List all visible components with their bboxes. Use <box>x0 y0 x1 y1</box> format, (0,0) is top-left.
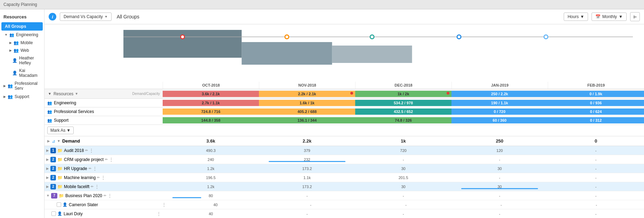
hr-oct: 1.2k <box>163 166 259 171</box>
lauri-nov: - <box>259 211 355 217</box>
sidebar-item-heather[interactable]: 👤 Heather Hefley <box>2 54 44 67</box>
hours-label: Hours <box>568 14 579 19</box>
audit-2018-dec: 720 <box>355 148 451 153</box>
chart-area <box>44 24 644 82</box>
sidebar-item-all-groups[interactable]: All Groups <box>1 22 43 31</box>
bp-oct: 80 <box>163 193 259 199</box>
lauri-checkbox[interactable] <box>51 211 56 216</box>
capacity-grid: ▼ Resources ▼ Demand/Capacity 3.6k / 2.1… <box>44 89 644 218</box>
info-button[interactable]: i <box>49 13 56 21</box>
sidebar-item-engineering[interactable]: ▼ 👥 Engineering <box>2 31 44 39</box>
demand-section: ▶ ⊿ ▼ Demand 3.6k 2.2k 1k 250 0 <box>44 136 644 218</box>
timeline-oct: OCT-2018 <box>163 82 259 89</box>
bp-chevron[interactable]: ▼ <box>46 194 50 197</box>
demand-vs-capacity-dropdown[interactable]: Demand Vs Capacity ▼ <box>60 13 112 21</box>
audit-2018-edit-icon[interactable]: ✏ <box>85 148 88 152</box>
cameron-more-icon[interactable]: ⋮ <box>162 202 166 207</box>
sidebar-item-support[interactable]: ▶ 👥 Support <box>0 92 44 101</box>
lauri-more-icon[interactable]: ⋮ <box>157 211 161 216</box>
professional-row-label: 👥 Professional Services <box>44 109 163 114</box>
header-cell-jan: 250 / 2.2k <box>451 91 548 97</box>
capacity-chart <box>49 26 640 72</box>
monthly-dropdown[interactable]: 📅 Monthly ▼ <box>592 13 627 21</box>
mf-oct: 1.2k <box>163 184 259 189</box>
demand-jan-total: 250 <box>451 138 548 144</box>
cameron-jan: - <box>454 202 549 208</box>
mf-chevron[interactable]: ▶ <box>46 185 49 188</box>
sidebar-label-kai: Kai Macadam <box>19 68 41 78</box>
mark-as-button[interactable]: Mark As ▼ <box>47 127 74 134</box>
cameron-nov: - <box>263 202 358 208</box>
mf-label: ▶ 2 📁 Mobile facelift ✏ ⋮ <box>44 184 163 189</box>
bp-dec: - <box>355 193 451 199</box>
eng-nov: 1.6k / 1k <box>259 100 355 106</box>
engineering-group-icon2: 👥 <box>47 101 52 105</box>
sidebar-item-web[interactable]: ▶ 👥 Web <box>2 47 44 54</box>
group-label: All Groups <box>117 14 139 19</box>
eng-oct: 2.7k / 1.1k <box>163 100 259 106</box>
audit-2018-folder-icon: 📁 <box>57 148 63 153</box>
calendar-icon: 📅 <box>595 14 601 19</box>
bp-name: Business Plan 2020 <box>65 193 102 198</box>
mark-as-row: Mark As ▼ <box>44 125 644 136</box>
mf-name: Mobile facelift <box>64 184 89 189</box>
eng-feb: 0 / 936 <box>548 100 644 106</box>
demand-row-cameron: 👤 Cameron Slater ⋮ 40 - - - - <box>44 200 644 209</box>
chevron-right-icon-web: ▶ <box>9 49 12 52</box>
bp-label: ▼ 7 📁 Business Plan 2020 ✏ ⋮ <box>44 193 163 199</box>
person-icon-heather: 👤 <box>12 58 17 63</box>
audit-2018-nov: 379 <box>259 148 355 153</box>
ml-edit-icon[interactable]: ✏ <box>97 176 100 179</box>
sidebar-item-professional[interactable]: ▶ 👥 Professional Serv <box>0 79 44 92</box>
prof-feb: 0 / 624 <box>548 108 644 115</box>
title-bar: Capacity Planning <box>0 0 644 9</box>
sidebar-item-kai[interactable]: 👤 Kai Macadam <box>2 67 44 79</box>
ml-nov: 1.1k <box>259 175 355 180</box>
ml-more-icon[interactable]: ⋮ <box>101 175 105 180</box>
resources-sort-icon: ▼ <box>75 92 78 96</box>
sidebar: Resources All Groups ▼ 👥 Engineering ▶ 👥… <box>0 9 44 218</box>
resources-label: Resources <box>54 91 73 96</box>
audit-2018-name: Audit 2018 <box>64 148 84 153</box>
prof-dec: 432.5 / 652 <box>355 108 451 115</box>
hours-arrow-icon: ▼ <box>580 14 584 19</box>
audit-2018-chevron[interactable]: ▶ <box>46 148 49 152</box>
support-group-icon: 👥 <box>47 118 52 123</box>
ml-chevron[interactable]: ▶ <box>46 176 49 179</box>
crm-chevron[interactable]: ▶ <box>46 158 49 161</box>
mf-more-icon[interactable]: ⋮ <box>95 184 99 189</box>
hours-dropdown[interactable]: Hours ▼ <box>564 13 588 21</box>
svg-point-13 <box>545 35 547 38</box>
crm-edit-icon[interactable]: ✏ <box>105 158 108 161</box>
sidebar-group-engineering: ▼ 👥 Engineering ▶ 👥 Mobile ▶ 👥 Web 👤 Hea… <box>0 31 44 79</box>
hr-more-icon[interactable]: ⋮ <box>93 166 97 171</box>
app-title: Capacity Planning <box>3 2 37 7</box>
hr-jan: 30 <box>451 166 548 171</box>
mf-edit-icon[interactable]: ✏ <box>91 185 93 188</box>
svg-point-12 <box>458 35 460 38</box>
ml-feb: - <box>548 175 644 180</box>
collapse-resources-button[interactable]: ▼ <box>47 92 52 96</box>
ml-badge: 2 <box>50 175 56 180</box>
sidebar-item-mobile[interactable]: ▶ 👥 Mobile <box>2 39 44 47</box>
audit-2018-more-icon[interactable]: ⋮ <box>89 148 93 153</box>
hr-chevron[interactable]: ▶ <box>46 167 49 170</box>
mf-dec: 30 <box>355 184 451 189</box>
bp-edit-icon[interactable]: ✏ <box>104 194 106 197</box>
demand-row-mobile-facelift: ▶ 2 📁 Mobile facelift ✏ ⋮ 1.2k 173.2 30 … <box>44 182 644 191</box>
hr-edit-icon[interactable]: ✏ <box>89 167 91 170</box>
demand-header-row: ▶ ⊿ ▼ Demand 3.6k 2.2k 1k 250 0 <box>44 136 644 146</box>
support-dec: 74.8 / 326 <box>355 117 451 123</box>
bp-more-icon[interactable]: ⋮ <box>108 193 112 198</box>
ml-label: ▶ 2 📁 Machine learning ✏ ⋮ <box>44 175 163 180</box>
cameron-checkbox[interactable] <box>57 202 61 207</box>
demand-dec-total: 1k <box>355 138 451 144</box>
support-jan: 60 / 360 <box>451 117 548 123</box>
capacity-row-professional: 👥 Professional Services 724.8 / 716 405.… <box>44 107 644 116</box>
demand-nov-total: 2.2k <box>259 138 355 144</box>
audit-2018-oct: 490.3 <box>163 148 259 153</box>
bp-feb: - <box>548 193 644 199</box>
crm-more-icon[interactable]: ⋮ <box>109 157 113 162</box>
filter-button[interactable]: ⊫ <box>630 12 640 21</box>
ml-folder-icon: 📁 <box>57 175 63 180</box>
